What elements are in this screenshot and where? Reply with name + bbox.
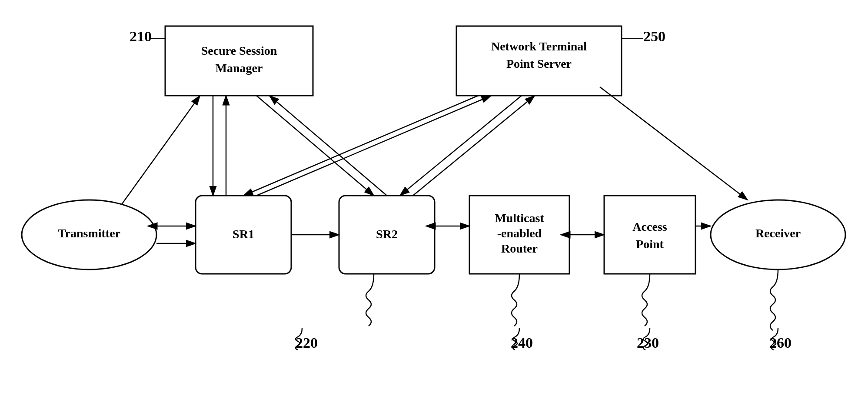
ap-label: Access <box>632 220 667 233</box>
sr2-label: SR2 <box>376 227 398 241</box>
ap-label2: Point <box>636 237 664 251</box>
ssm-label2: Manager <box>216 61 263 75</box>
svg-line-19 <box>600 87 748 200</box>
ntps-label: Network Terminal <box>491 40 587 53</box>
router-label: Multicast <box>495 211 544 225</box>
ref-210: 210 <box>130 28 152 44</box>
ap-box <box>604 196 695 274</box>
ssm-box <box>165 26 313 96</box>
transmitter-label: Transmitter <box>58 226 120 240</box>
svg-line-17 <box>256 96 491 196</box>
ref-220: 220 <box>296 335 318 351</box>
receiver-label: Receiver <box>755 226 801 240</box>
router-label2: -enabled <box>497 226 542 240</box>
ref-250: 250 <box>643 28 665 44</box>
ssm-label: Secure Session <box>201 44 277 57</box>
svg-line-16 <box>413 96 535 196</box>
router-label3: Router <box>501 242 538 255</box>
diagram-container: Secure Session Manager Network Terminal … <box>0 0 868 396</box>
sr1-label: SR1 <box>233 227 254 241</box>
svg-line-12 <box>256 96 374 196</box>
svg-line-13 <box>269 96 387 196</box>
svg-line-14 <box>243 96 478 196</box>
ntps-label2: Point Server <box>506 57 572 70</box>
svg-line-18 <box>122 96 200 204</box>
svg-line-15 <box>400 96 522 196</box>
